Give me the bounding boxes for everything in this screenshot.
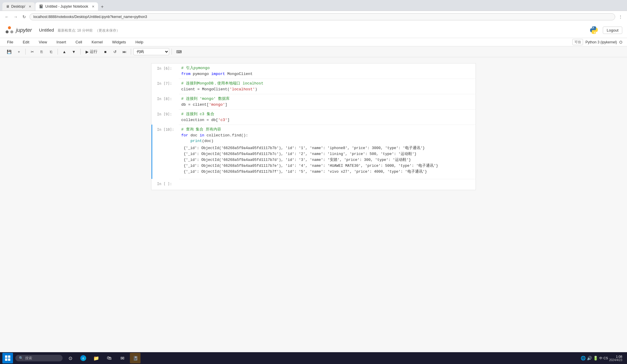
svg-point-1: [10, 30, 13, 33]
taskbar-edge[interactable]: e: [78, 353, 89, 362]
cell-empty-input[interactable]: [181, 181, 473, 188]
edge-icon: e: [80, 355, 86, 361]
cell-8-prompt: In [8]:: [152, 94, 179, 109]
move-down-button[interactable]: ▼: [70, 48, 78, 56]
toolbar: 💾 + ✂ ⎘ ⎗ ▲ ▼ ▶ 运行 ■ ↺ ⏭ 代码 Markdown Raw…: [0, 46, 627, 57]
taskbar-view-button[interactable]: ⊙: [65, 353, 76, 362]
cell-10[interactable]: In [10]: # 查询 集合 所有内容 for doc in collect…: [151, 125, 476, 179]
cell-10-source[interactable]: # 查询 集合 所有内容 for doc in collection.find(…: [181, 127, 473, 144]
kernel-status-dot: [619, 41, 622, 44]
notebook-content: In [6]: # 引入pymongo from pymongo import …: [0, 57, 627, 362]
taskbar-explorer[interactable]: 📁: [91, 353, 102, 362]
cell-7[interactable]: In [7]: # 连接到MongoDB，使用本地端口 localhost cl…: [151, 79, 476, 94]
cell-empty[interactable]: In [ ]:: [151, 179, 476, 190]
trusted-badge: 可信: [572, 39, 583, 45]
battery-icon: 🔋: [593, 356, 598, 360]
tab-desktop[interactable]: 🖥 Desktop/ ✕: [2, 2, 35, 11]
cell-9[interactable]: In [9]: # 连接到 c3 集合 collection = db['c3'…: [151, 109, 476, 125]
notebook-name: Untitled: [39, 27, 54, 32]
notebook-title-area: Untitled 最新检查点: 18 分钟前 （更改未保存）: [39, 27, 120, 33]
forward-button[interactable]: →: [12, 14, 19, 20]
menu-view[interactable]: View: [36, 39, 49, 45]
clock: 1:08 2024/4/23: [609, 355, 623, 362]
menu-kernel[interactable]: Kernel: [89, 39, 105, 45]
cell-8-content: # 连接到 'mongo' 数据库 db = client['mongo']: [179, 94, 476, 109]
restart-run-button[interactable]: ⏭: [120, 48, 128, 56]
taskbar-system: 🌐 🔊 🔋 中 CS 1:08 2024/4/23: [581, 355, 625, 362]
svg-point-2: [6, 30, 9, 33]
extensions-button[interactable]: ⋮: [618, 14, 623, 19]
date-display: 2024/4/23: [609, 358, 623, 362]
toolbar-separator-2: [58, 49, 58, 55]
unsaved-text: （更改未保存）: [95, 28, 120, 32]
browser-window: 🖥 Desktop/ ✕ 📓 Untitled - Jupyter Notebo…: [0, 0, 627, 362]
network-icon: 🌐: [581, 356, 586, 360]
cell-10-output: {'_id': ObjectId('66268a5f9a4aa05fd1117b…: [181, 144, 473, 177]
jupyter-logo: jupyter Untitled 最新检查点: 18 分钟前 （更改未保存）: [5, 25, 120, 35]
svg-rect-3: [5, 355, 7, 358]
add-cell-button[interactable]: +: [15, 48, 23, 56]
taskbar-mail[interactable]: ✉: [117, 353, 128, 362]
jupyter-tab-close[interactable]: ✕: [92, 5, 94, 9]
menu-help[interactable]: Help: [133, 39, 146, 45]
language-indicator[interactable]: 中 CS: [599, 356, 608, 360]
menu-edit[interactable]: Edit: [20, 39, 32, 45]
paste-button[interactable]: ⎗: [47, 48, 55, 56]
run-button[interactable]: ▶ 运行: [83, 48, 100, 56]
save-button[interactable]: 💾: [5, 48, 14, 56]
toolbar-separator-1: [25, 49, 26, 55]
cell-9-source[interactable]: # 连接到 c3 集合 collection = db['c3']: [181, 111, 473, 123]
windows-logo-icon: [5, 355, 11, 361]
search-input[interactable]: [25, 356, 55, 360]
notebook-inner: In [6]: # 引入pymongo from pymongo import …: [151, 63, 476, 190]
logout-button[interactable]: Logout: [603, 27, 622, 34]
taskbar-jupyter-app[interactable]: 📓: [130, 353, 141, 362]
refresh-button[interactable]: ↻: [21, 14, 27, 20]
taskbar: 🔍 ⊙ e 📁 🛍 ✉ 📓 🌐 🔊 🔋 中 CS 1:08 2024/4/23: [0, 352, 627, 362]
keyboard-shortcuts-button[interactable]: ⌨: [174, 48, 184, 56]
cell-8-source[interactable]: # 连接到 'mongo' 数据库 db = client['mongo']: [181, 96, 473, 107]
jupyter-tab-icon: 📓: [39, 4, 43, 9]
cell-7-content: # 连接到MongoDB，使用本地端口 localhost client = M…: [179, 79, 476, 94]
kernel-name-label: Python 3 (ipykernel): [585, 40, 617, 44]
toolbar-separator-4: [131, 49, 131, 55]
desktop-tab-close[interactable]: ✕: [29, 5, 31, 9]
cell-7-source[interactable]: # 连接到MongoDB，使用本地端口 localhost client = M…: [181, 81, 473, 92]
restart-button[interactable]: ↺: [111, 48, 119, 56]
move-up-button[interactable]: ▲: [60, 48, 68, 56]
desktop-tab-label: Desktop/: [11, 4, 25, 9]
menu-file[interactable]: File: [5, 39, 16, 45]
run-icon: ▶: [86, 50, 89, 54]
interrupt-button[interactable]: ■: [101, 48, 110, 56]
jupyter-app: jupyter Untitled 最新检查点: 18 分钟前 （更改未保存） L…: [0, 22, 627, 362]
menu-bar: File Edit View Insert Cell Kernel Widget…: [0, 38, 627, 46]
jupyter-header: jupyter Untitled 最新检查点: 18 分钟前 （更改未保存） L…: [0, 22, 627, 38]
cell-6[interactable]: In [6]: # 引入pymongo from pymongo import …: [151, 63, 476, 79]
toolbar-separator-5: [172, 49, 172, 55]
taskbar-store[interactable]: 🛍: [104, 353, 115, 362]
copy-button[interactable]: ⎘: [37, 48, 46, 56]
back-button[interactable]: ←: [4, 14, 10, 20]
menu-cell[interactable]: Cell: [73, 39, 84, 45]
search-bar[interactable]: 🔍: [15, 355, 63, 361]
tab-bar: 🖥 Desktop/ ✕ 📓 Untitled - Jupyter Notebo…: [0, 0, 627, 11]
menu-insert[interactable]: Insert: [54, 39, 68, 45]
svg-point-0: [8, 26, 11, 29]
address-input[interactable]: [30, 13, 615, 20]
store-icon: 🛍: [107, 355, 112, 361]
cell-8[interactable]: In [8]: # 连接到 'mongo' 数据库 db = client['m…: [151, 94, 476, 109]
explorer-icon: 📁: [93, 355, 99, 361]
tab-jupyter[interactable]: 📓 Untitled - Jupyter Notebook ✕: [35, 2, 98, 11]
checkpoint-text: 最新检查点: 18 分钟前: [58, 28, 93, 32]
time-display: 1:08: [609, 355, 623, 358]
menu-widgets[interactable]: Widgets: [110, 39, 128, 45]
jupyter-logo-svg: [5, 25, 14, 35]
cell-10-prompt: In [10]:: [152, 125, 179, 179]
cell-empty-content: [179, 179, 476, 190]
cell-type-select[interactable]: 代码 Markdown Raw NBConvert: [133, 48, 169, 55]
python-logo-svg: [589, 25, 599, 35]
cut-button[interactable]: ✂: [28, 48, 36, 56]
start-button[interactable]: [2, 353, 13, 362]
new-tab-button[interactable]: +: [99, 3, 106, 11]
cell-6-source[interactable]: # 引入pymongo from pymongo import MongoCli…: [181, 65, 473, 77]
